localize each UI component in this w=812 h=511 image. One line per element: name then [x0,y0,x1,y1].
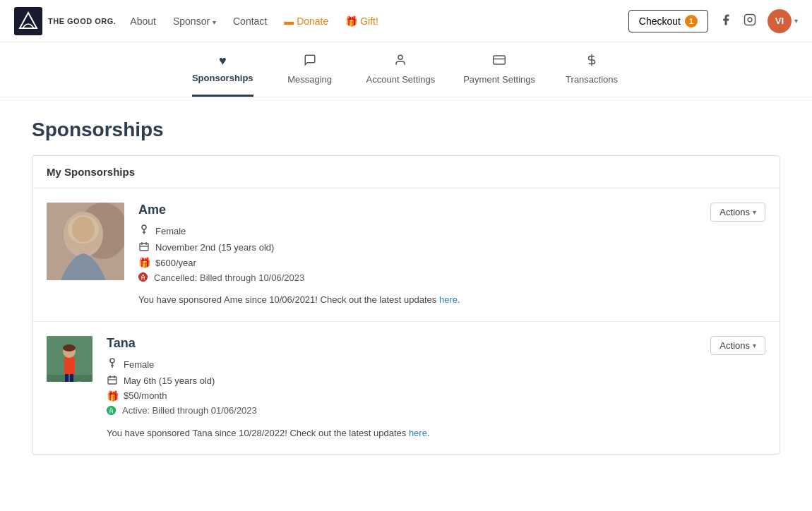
ame-photo [47,203,124,280]
svg-point-3 [398,55,402,59]
tab-payment-settings[interactable]: Payment Settings [463,54,535,97]
tab-messaging[interactable]: Messaging [282,54,338,97]
svg-rect-21 [64,357,75,375]
transactions-icon [585,54,598,70]
nav-gift[interactable]: 🎁 Gift! [345,16,378,27]
messaging-icon [304,54,316,70]
tab-sponsorships[interactable]: ♥ Sponsorships [192,54,253,97]
tab-account-settings[interactable]: Account Settings [366,54,436,97]
sponsorships-card: My Sponsorships [32,155,780,455]
tana-name: Tana [107,336,765,351]
svg-rect-24 [65,374,68,382]
nav-donate[interactable]: ▬ Donate [284,16,328,27]
sponsorship-item-tana: Tana Female May 6th (15 years old) 🎁 $50… [32,322,780,455]
payment-settings-icon [493,54,506,70]
navbar: THE GOOD ORG. About Sponsor ▾ Contact ▬ … [0,0,812,42]
ame-status: 🅐 Cancelled: Billed through 10/06/2023 [138,272,765,283]
user-avatar: VI [768,9,792,33]
main-content: Sponsorships My Sponsorships [18,97,794,476]
sponsorships-icon: ♥ [219,54,227,68]
svg-point-29 [110,359,114,363]
birthday-icon [138,241,150,253]
ame-note-link[interactable]: here [439,294,458,305]
tana-actions-button[interactable]: Actions ▾ [710,336,765,355]
gender-icon [138,224,150,238]
svg-rect-1 [745,14,756,25]
sponsorship-item-ame: Ame Female November 2nd (15 years old) 🎁… [32,188,780,322]
nav-links: About Sponsor ▾ Contact ▬ Donate 🎁 Gift! [130,16,628,27]
page-title: Sponsorships [32,119,780,141]
tabs: ♥ Sponsorships Messaging Account Setting… [0,42,812,97]
gift-icon: 🎁 [345,16,357,27]
svg-rect-15 [140,244,148,251]
tana-birthday-row: May 6th (15 years old) [107,375,765,387]
facebook-icon[interactable] [720,13,732,29]
tana-note: You have sponsored Tana since 10/28/2022… [107,426,765,440]
brand-name: THE GOOD ORG. [48,17,116,25]
active-icon: 🅐 [107,405,117,416]
svg-rect-20 [47,375,92,382]
nav-about[interactable]: About [130,16,156,27]
ame-gender-row: Female [138,224,765,238]
brand[interactable]: THE GOOD ORG. [14,7,116,35]
nav-contact[interactable]: Contact [233,16,267,27]
donate-icon: ▬ [284,16,294,27]
svg-rect-4 [494,56,506,64]
tana-gender-icon [107,358,118,371]
cancelled-icon: 🅐 [138,272,148,283]
ame-birthday-row: November 2nd (15 years old) [138,241,765,253]
tana-birthday-icon [107,375,118,387]
navbar-right: Checkout 1 VI ▾ [628,9,798,33]
ame-actions-button[interactable]: Actions ▾ [710,203,765,222]
card-header: My Sponsorships [32,156,780,188]
tana-status: 🅐 Active: Billed through 01/06/2023 [107,405,765,416]
ame-name: Ame [138,203,765,217]
tana-details: Tana Female May 6th (15 years old) 🎁 $50… [107,336,765,440]
checkout-badge: 1 [685,15,698,28]
checkout-button[interactable]: Checkout 1 [628,10,708,32]
tab-transactions[interactable]: Transactions [563,54,620,97]
account-settings-icon [394,54,407,70]
sponsor-dropdown-icon: ▾ [213,18,216,26]
instagram-icon[interactable] [744,13,756,29]
ame-amount-row: 🎁 $600/year [138,257,765,268]
svg-rect-25 [70,374,73,382]
tana-amount-icon: 🎁 [107,390,118,402]
amount-icon: 🎁 [138,257,150,268]
svg-point-12 [142,225,146,229]
nav-sponsor[interactable]: Sponsor ▾ [173,16,216,27]
brand-logo [14,7,42,35]
user-menu-caret: ▾ [794,17,798,25]
user-menu[interactable]: VI ▾ [768,9,798,33]
ame-details: Ame Female November 2nd (15 years old) 🎁… [138,203,765,307]
tana-photo [47,336,92,382]
tana-note-link[interactable]: here [409,428,427,438]
svg-point-23 [63,344,76,351]
ame-note: You have sponsored Ame since 10/06/2021!… [138,293,765,307]
svg-rect-32 [108,377,117,384]
tana-gender-row: Female [107,358,765,371]
actions-dropdown-icon: ▾ [753,208,756,216]
tana-actions-dropdown-icon: ▾ [753,342,756,349]
tana-amount-row: 🎁 $50/month [107,390,765,402]
